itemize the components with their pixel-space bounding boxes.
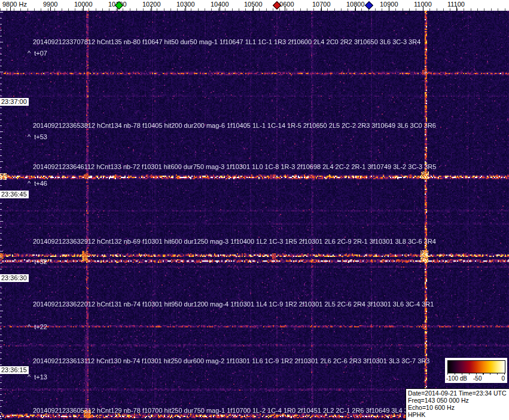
frequency-major-tick	[220, 7, 220, 11]
status-info-box: Date=2014-09-21 Time=23:34 UTC Freq=143 …	[406, 388, 509, 420]
frequency-major-tick	[285, 7, 285, 11]
echo-annotation-133: 20140921233646112 hCnt133 nb-72 f10301 h…	[33, 163, 436, 170]
info-station-line: HPHK	[408, 411, 509, 418]
frequency-minor-ticks	[0, 8, 509, 11]
legend-max-label: 0	[501, 375, 505, 382]
echo-annotation-131: 20140921233622012 hCnt131 nb-74 f10301 h…	[33, 301, 434, 308]
frequency-major-tick	[185, 7, 186, 11]
event-marker-t46: ^ t+46	[28, 180, 47, 187]
db-color-scale: -100 dB -50 0	[445, 358, 507, 383]
legend-ticks	[447, 373, 505, 375]
info-date-line: Date=2014-09-21 Time=23:34 UTC	[408, 390, 509, 397]
time-label-233645: 23:36:45	[0, 191, 29, 198]
time-label-233630: 23:36:30	[0, 274, 29, 282]
time-label-233615: 23:36:15	[0, 366, 29, 374]
echo-annotation-132: 20140921233632912 hCnt132 nb-69 f10301 h…	[33, 238, 436, 245]
event-marker-t13: ^ t+13	[28, 373, 47, 381]
frequency-major-tick	[389, 7, 389, 11]
frequency-major-tick	[10, 7, 11, 11]
event-marker-t32: ^ t+32	[28, 258, 47, 265]
legend-min-label: -100 dB	[446, 375, 467, 382]
info-echo-line: Echo=10 600 Hz	[408, 404, 509, 411]
frequency-major-tick	[253, 7, 254, 11]
frequency-major-tick	[83, 7, 84, 11]
freq-label-9800: 9800 Hz	[2, 1, 27, 8]
frequency-major-tick	[50, 7, 51, 11]
event-marker-t07: ^ t+07	[28, 50, 47, 57]
legend-mid-label: -50	[473, 375, 481, 382]
time-label-233700: 23:37:00	[0, 98, 29, 106]
event-marker-t22: ^ t+22	[28, 323, 47, 330]
frequency-major-tick	[151, 7, 152, 11]
frequency-major-tick	[321, 7, 322, 11]
event-marker-t53: ^ t+53	[28, 133, 47, 140]
color-gradient-bar	[447, 360, 505, 373]
info-freq-line: Freq=143 050 000 Hz	[408, 397, 509, 404]
echo-annotation-129: 20140921233605312 hCnt129 nb-78 f10700 h…	[33, 407, 413, 414]
frequency-major-tick	[456, 7, 457, 11]
echo-annotation-134: 20140921233653812 hCnt134 nb-78 f10405 h…	[33, 122, 436, 129]
echo-annotation-135: 20140921233707812 hCnt135 nb-80 f10647 h…	[33, 38, 420, 45]
meteor-spectrogram-window: 9800 Hz 9900 10000 10100 10200 10300 104…	[0, 0, 509, 420]
frequency-major-tick	[423, 7, 423, 11]
frequency-major-tick	[355, 7, 356, 11]
frequency-scale-bar: 9800 Hz 9900 10000 10100 10200 10300 104…	[0, 0, 509, 11]
echo-annotation-130: 20140921233613112 hCnt130 nb-74 f10301 h…	[33, 357, 429, 364]
